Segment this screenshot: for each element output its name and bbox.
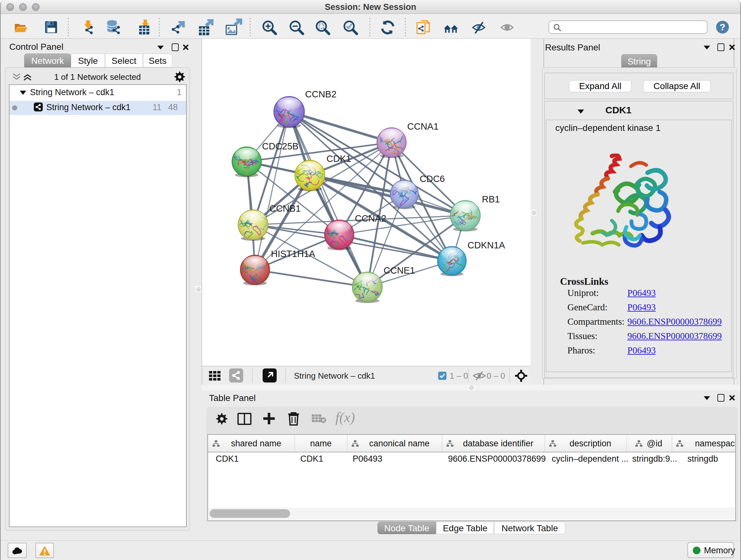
svg-text:CDC25B: CDC25B bbox=[262, 141, 298, 151]
svg-text:CCNE1: CCNE1 bbox=[384, 265, 415, 275]
svg-text:CDK1: CDK1 bbox=[327, 153, 351, 164]
svg-text:CDKN1A: CDKN1A bbox=[468, 240, 505, 250]
svg-text:HIST1H1A: HIST1H1A bbox=[271, 249, 315, 259]
svg-text:CCNB2: CCNB2 bbox=[305, 89, 336, 99]
svg-text:CDC6: CDC6 bbox=[420, 174, 445, 184]
svg-text:RB1: RB1 bbox=[482, 194, 500, 204]
svg-text:CCNB1: CCNB1 bbox=[269, 203, 300, 213]
svg-text:CCNA2: CCNA2 bbox=[355, 213, 386, 224]
svg-text:CCNA1: CCNA1 bbox=[407, 121, 439, 132]
